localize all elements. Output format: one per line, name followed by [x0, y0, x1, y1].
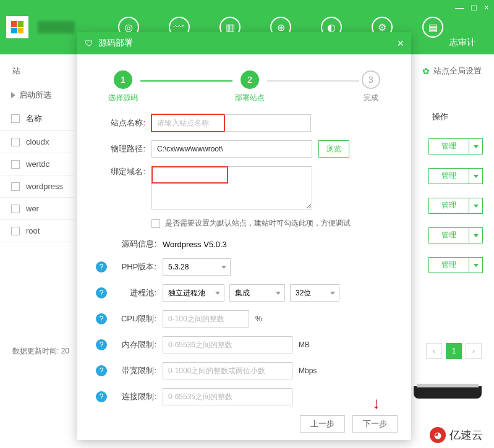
percent-unit: % — [255, 315, 262, 323]
help-icon[interactable]: ? — [96, 391, 107, 402]
php-version-select[interactable]: 5.3.28 — [163, 258, 231, 276]
browse-button[interactable]: 浏览 — [318, 140, 349, 158]
row-checkbox[interactable] — [11, 182, 20, 191]
help-icon[interactable]: ? — [96, 313, 107, 324]
mb-unit: MB — [299, 340, 310, 349]
pool-bit-value: 32位 — [296, 288, 311, 298]
mbps-unit: Mbps — [299, 366, 317, 375]
toolbar-icon-7[interactable]: ▤ — [422, 17, 443, 38]
manage-label: 管理 — [429, 139, 469, 154]
site-name: wordpress — [26, 182, 63, 191]
source-info-value: Wordpress V5.0.3 — [163, 240, 227, 249]
manage-dropdown-icon[interactable] — [469, 198, 482, 213]
shield-icon: 🛡 — [85, 38, 93, 48]
laptop-illustration — [414, 386, 482, 399]
prev-step-button[interactable]: 上一步 — [300, 415, 345, 433]
help-icon[interactable]: ? — [96, 261, 107, 273]
cpu-limit-input[interactable] — [163, 310, 249, 328]
modal-footer: 上一步 下一步 — [300, 415, 398, 433]
site-name-input[interactable] — [151, 114, 224, 132]
help-icon[interactable]: ? — [96, 287, 107, 298]
list-item[interactable]: wer — [0, 198, 74, 220]
physical-path-label: 物理路径: — [96, 143, 145, 154]
site-name-label: 站点名称: — [96, 117, 145, 129]
manage-label: 管理 — [429, 258, 469, 273]
site-name: cloudx — [26, 137, 49, 146]
pool-bit-select[interactable]: 32位 — [290, 284, 339, 302]
wizard-steps: 1选择源码 2部署站点 3完成 — [77, 54, 411, 108]
manage-button[interactable]: 管理 — [428, 168, 483, 184]
pool-type-select[interactable]: 独立进程池 — [163, 284, 224, 302]
manage-label: 管理 — [429, 228, 469, 243]
pager-page-1[interactable]: 1 — [446, 343, 462, 359]
select-all-checkbox[interactable] — [11, 114, 20, 123]
site-name: root — [26, 226, 40, 235]
process-pool-label: 进程池: — [112, 287, 156, 298]
list-item[interactable]: cloudx — [0, 131, 74, 153]
list-item[interactable]: wordpress — [0, 175, 74, 198]
global-settings-link[interactable]: 站点全局设置 — [433, 66, 482, 77]
deploy-form: 站点名称: 物理路径: 浏览 绑定域名: 是否需要设置为默认站点，建站时可勾选此… — [77, 108, 411, 405]
row-checkbox[interactable] — [11, 205, 20, 213]
ops-header: 操作 — [428, 111, 483, 122]
row-checkbox[interactable] — [11, 160, 20, 169]
close-icon[interactable]: × — [484, 2, 489, 12]
conn-limit-input[interactable] — [163, 388, 292, 405]
next-step-button[interactable]: 下一步 — [352, 415, 398, 433]
list-header-row: 名称 — [0, 107, 74, 131]
step-1: 1选择源码 — [108, 70, 138, 103]
manage-label: 管理 — [429, 198, 469, 213]
manage-button[interactable]: 管理 — [428, 198, 483, 214]
bw-limit-label: 带宽限制: — [112, 365, 156, 376]
row-checkbox[interactable] — [11, 138, 20, 146]
manage-dropdown-icon[interactable] — [469, 228, 482, 243]
default-site-checkbox[interactable] — [151, 219, 160, 228]
pager-prev[interactable]: ‹ — [426, 343, 442, 359]
modal-close-icon[interactable]: × — [397, 37, 404, 50]
list-item[interactable]: wertdc — [0, 153, 74, 175]
physical-path-input[interactable] — [151, 140, 312, 158]
help-icon[interactable]: ? — [96, 339, 107, 350]
default-site-label: 是否需要设置为默认站点，建站时可勾选此项，方便调试 — [165, 218, 351, 229]
manage-button[interactable]: 管理 — [428, 138, 483, 154]
help-icon[interactable]: ? — [96, 365, 107, 376]
site-name: wertdc — [26, 159, 49, 169]
pool-mode-value: 集成 — [235, 288, 250, 298]
window-controls: — □ × — [455, 2, 489, 12]
minimize-icon[interactable]: — — [455, 2, 464, 12]
pool-mode-select[interactable]: 集成 — [229, 284, 285, 302]
manage-button[interactable]: 管理 — [428, 227, 483, 243]
bw-limit-input[interactable] — [163, 362, 292, 379]
manage-dropdown-icon[interactable] — [469, 169, 482, 184]
manage-label: 管理 — [429, 169, 469, 184]
step-3-label: 完成 — [364, 93, 378, 103]
pager-next[interactable]: › — [466, 343, 482, 359]
step-2-label: 部署站点 — [235, 93, 265, 103]
row-checkbox[interactable] — [11, 227, 20, 235]
step-2: 2部署站点 — [235, 70, 265, 103]
brand-icon: ◕ — [430, 427, 446, 443]
maximize-icon[interactable]: □ — [471, 2, 476, 12]
manage-button[interactable]: 管理 — [428, 257, 483, 273]
site-name-input-ext[interactable] — [224, 114, 311, 132]
mem-limit-label: 内存限制: — [112, 339, 156, 350]
manage-dropdown-icon[interactable] — [469, 139, 482, 154]
step-1-label: 选择源码 — [108, 93, 138, 103]
source-info-label: 源码信息: — [112, 239, 156, 250]
brand-text: 亿速云 — [449, 428, 483, 442]
bind-domain-input[interactable] — [151, 166, 312, 209]
play-icon — [11, 92, 15, 98]
list-item[interactable]: root — [0, 220, 74, 242]
gear-icon: ✿ — [422, 66, 430, 76]
manage-dropdown-icon[interactable] — [469, 258, 482, 273]
conn-limit-label: 连接限制: — [112, 391, 156, 402]
start-selected-button[interactable]: 启动所选 — [0, 83, 74, 107]
step-3: 3完成 — [362, 70, 380, 103]
site-list: 启动所选 名称 cloudx wertdc wordpress wer root — [0, 83, 74, 242]
name-column-header: 名称 — [26, 113, 42, 124]
php-version-label: PHP版本: — [112, 261, 156, 273]
deploy-modal: 🛡 源码部署 × 1选择源码 2部署站点 3完成 站点名称: 物理路径: 浏览 … — [77, 32, 411, 440]
php-version-value: 5.3.28 — [168, 263, 189, 271]
mem-limit-input[interactable] — [163, 336, 292, 353]
modal-title: 源码部署 — [98, 38, 133, 49]
